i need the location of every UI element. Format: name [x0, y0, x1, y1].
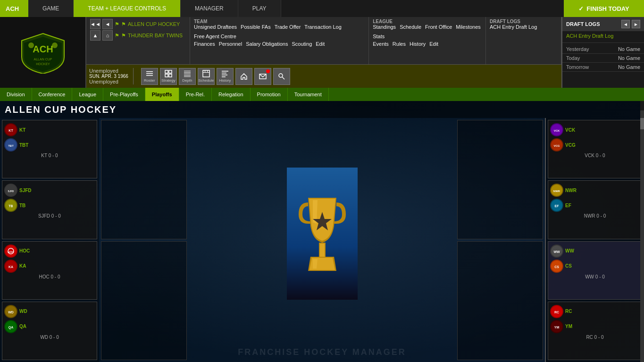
abbr-vck[interactable]: VCK — [565, 127, 575, 133]
matchup-nwr-ef[interactable]: NWR NWR EF EF NW — [548, 180, 642, 239]
logo-vck: VCK — [550, 123, 563, 136]
abbr-qa[interactable]: QA — [19, 324, 26, 329]
team-row-wd: WD WD — [4, 304, 95, 319]
home-icon-button[interactable] — [235, 68, 252, 85]
up-arrow-button[interactable]: ▲ — [90, 30, 100, 41]
team-row-vcg: VCG VCG — [550, 137, 640, 152]
team-row-kt: KT KT — [4, 122, 95, 137]
abbr-ef[interactable]: EF — [565, 203, 571, 208]
menu-standings[interactable]: Standings — [373, 24, 396, 30]
page-title: ALLEN CUP HOCKEY — [5, 104, 117, 115]
menu-rules[interactable]: Rules — [393, 41, 406, 47]
depth-button[interactable]: Depth — [179, 68, 196, 85]
schedule-button[interactable]: Schedule — [198, 68, 215, 85]
tab-division[interactable]: Division — [0, 88, 32, 101]
abbr-ka[interactable]: KA — [19, 263, 26, 269]
abbr-sjfd[interactable]: SJFD — [19, 188, 32, 193]
abbr-nwr[interactable]: NWR — [565, 188, 577, 193]
matchup-wd-qa[interactable]: WD WD QA QA WD 0 — [2, 302, 97, 360]
matchup-rc-ym[interactable]: RC RC YM YM RC 0 — [548, 302, 642, 360]
tab-relegation[interactable]: Relegation — [212, 88, 251, 101]
menu-milestones[interactable]: Milestones — [456, 24, 481, 30]
menu-schedule[interactable]: Schedule — [400, 24, 421, 30]
team-row-sjfd: SJFD SJFD — [4, 183, 95, 198]
matchup-ww-cs[interactable]: WW WW CS CS WW 0 — [548, 241, 642, 300]
abbr-ww[interactable]: WW — [565, 248, 574, 253]
logo-hoc: HOC — [4, 244, 17, 258]
abbr-wd[interactable]: WD — [19, 309, 27, 314]
logo-tb: TB — [4, 199, 17, 212]
nav-team-league[interactable]: TEAM + LEAGUE CONTROLS — [74, 0, 181, 17]
menu-ach-draft[interactable]: ACH Entry Draft Log — [490, 24, 557, 30]
svg-point-4 — [52, 42, 58, 48]
tab-promotion[interactable]: Promotion — [251, 88, 288, 101]
menu-league-edit[interactable]: Edit — [429, 41, 438, 47]
menu-personnel[interactable]: Personnel — [219, 41, 243, 47]
tab-pre-playoffs[interactable]: Pre-Playoffs — [103, 88, 145, 101]
menu-finances[interactable]: Finances — [194, 41, 215, 47]
mail-button[interactable] — [254, 68, 271, 85]
team-row-rc: RC RC — [550, 304, 640, 319]
abbr-kt[interactable]: KT — [19, 127, 25, 133]
svg-text:ALLAN CUP: ALLAN CUP — [33, 58, 52, 61]
yesterday-value: No Game — [618, 46, 640, 52]
score-kt-tbt: KT 0 - 0 — [4, 152, 95, 159]
team-submenu-items: Finances Personnel Salary Obligations Sc… — [194, 41, 365, 47]
tab-playoffs[interactable]: Playoffs — [145, 88, 179, 101]
menu-history[interactable]: History — [410, 41, 426, 47]
abbr-vcg[interactable]: VCG — [565, 143, 576, 148]
matchup-kt-tbt[interactable]: KT KT TBT TBT KT — [2, 120, 97, 178]
menu-front-office[interactable]: Front Office — [425, 24, 452, 30]
ach-draft-link[interactable]: ACH Entry Draft Log — [562, 31, 644, 41]
abbr-ym[interactable]: YM — [565, 324, 572, 329]
panel-back-button[interactable]: ◄ — [621, 20, 630, 28]
thunder-bay-link[interactable]: ⚑ ⚑ THUNDER BAY TWINS — [115, 33, 183, 39]
menu-unsigned[interactable]: Unsigned Draftees — [194, 24, 237, 30]
tab-tournament[interactable]: Tournament — [288, 88, 329, 101]
abbr-tb[interactable]: TB — [19, 203, 25, 208]
tab-conference[interactable]: Conference — [32, 88, 73, 101]
menu-trade-offer[interactable]: Trade Offer — [275, 24, 301, 30]
roster-button[interactable]: Roster — [141, 68, 158, 85]
menu-stats[interactable]: Stats — [373, 34, 385, 39]
nav-manager[interactable]: MANAGER — [181, 0, 238, 17]
team-row-qa: QA QA — [4, 319, 95, 334]
allen-cup-link[interactable]: ⚑ ⚑ ALLEN CUP HOCKEY — [115, 21, 180, 27]
matchup-vck-vcg[interactable]: VCK VCK VCG VCG — [548, 120, 642, 178]
forward-arrow-button[interactable]: ◄ — [102, 19, 113, 29]
back-arrow-button[interactable]: ◄◄ — [90, 19, 100, 29]
menu-possible-fas[interactable]: Possible FAs — [241, 24, 271, 30]
svg-text:KA: KA — [8, 265, 13, 269]
menu-events[interactable]: Events — [373, 41, 389, 47]
history-button[interactable]: History — [217, 68, 234, 85]
tomorrow-value: No Game — [618, 64, 640, 70]
tab-pre-rel[interactable]: Pre-Rel. — [179, 88, 212, 101]
matchup-hoc-ka[interactable]: HOC HOC KA KA HO — [2, 241, 97, 300]
nav-play[interactable]: PLAY — [238, 0, 281, 17]
svg-rect-5 — [146, 71, 153, 72]
matchup-sjfd-tb[interactable]: SJFD SJFD TB TB — [2, 180, 97, 239]
menu-team-edit[interactable]: Edit — [316, 41, 325, 47]
league-submenu-items: Events Rules History Edit — [373, 41, 482, 47]
right-panel: DRAFT LOGS ◄ ► ACH Entry Draft Log Yeste… — [561, 17, 644, 88]
draft-menu-section: DRAFT LOGS ACH Entry Draft Log — [486, 17, 561, 64]
nav-game[interactable]: GAME — [28, 0, 74, 17]
finish-today-button[interactable]: ✓ FINISH TODAY — [564, 0, 644, 17]
svg-rect-18 — [203, 72, 209, 73]
abbr-rc[interactable]: RC — [565, 309, 572, 314]
svg-line-27 — [282, 77, 284, 79]
tab-league[interactable]: League — [72, 88, 103, 101]
menu-salary[interactable]: Salary Obligations — [246, 41, 288, 47]
panel-forward-button[interactable]: ► — [632, 20, 640, 28]
abbr-hoc[interactable]: HOC — [19, 248, 30, 253]
menu-free-agent[interactable]: Free Agent Centre — [194, 34, 236, 39]
menu-scouting[interactable]: Scouting — [292, 41, 312, 47]
menu-transaction-log[interactable]: Transaction Log — [304, 24, 341, 30]
home-button[interactable]: ⌂ — [102, 30, 113, 41]
abbr-tbt[interactable]: TBT — [19, 143, 28, 148]
svg-text:HOCKEY: HOCKEY — [36, 62, 50, 66]
abbr-cs[interactable]: CS — [565, 263, 572, 269]
strategy-button[interactable]: Strategy — [160, 68, 177, 85]
scroll-bar[interactable] — [640, 101, 644, 362]
search-button[interactable] — [273, 68, 290, 85]
